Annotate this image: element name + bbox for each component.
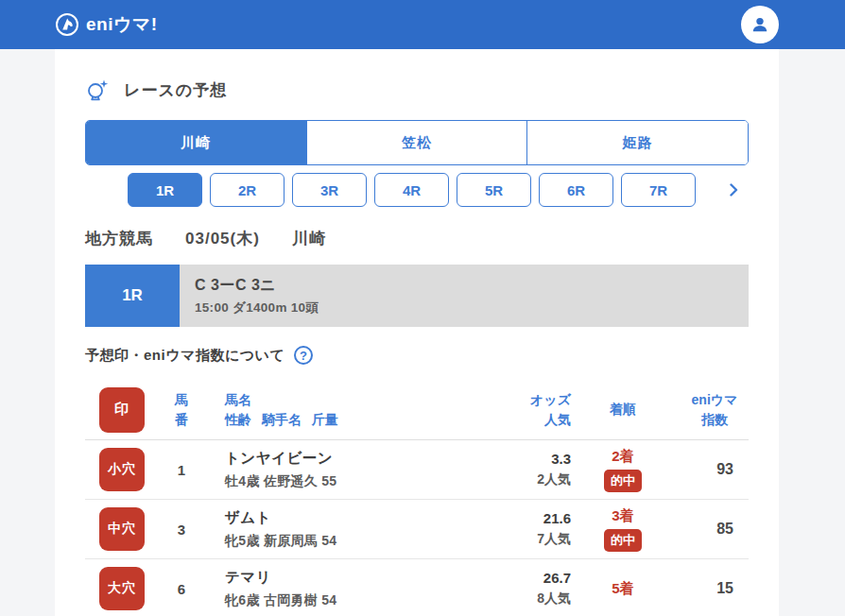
- table-row[interactable]: 大穴 6 テマリ 牝6歳 古岡勇樹 54 26.7 8人気 5着 15: [85, 559, 749, 616]
- navbar: eniウマ!: [0, 0, 845, 49]
- race-tab-2r[interactable]: 2R: [210, 173, 285, 207]
- hit-badge: 的中: [604, 470, 642, 492]
- finish-rank: 3着: [571, 507, 675, 525]
- race-category: 地方競馬: [85, 228, 153, 249]
- venue-tab-kawasaki[interactable]: 川崎: [86, 121, 306, 164]
- prediction-mark-badge: 中穴: [99, 507, 145, 551]
- race-number-badge: 1R: [85, 265, 180, 327]
- race-meta: 地方競馬 03/05(木) 川崎: [85, 228, 749, 249]
- header-eniuma-index: eniウマ 指数: [675, 390, 749, 430]
- horse-name: ザムト: [225, 508, 484, 528]
- hit-badge: 的中: [604, 529, 642, 552]
- race-conditions: 15:00 ダ1400m 10頭: [195, 299, 749, 317]
- header-odds: オッズ 人気: [484, 390, 571, 430]
- section-header: レースの予想: [85, 77, 749, 103]
- eniuma-index-value: 85: [675, 521, 749, 538]
- popularity: 7人気: [484, 531, 571, 548]
- race-tab-5r[interactable]: 5R: [457, 173, 531, 207]
- user-icon: [750, 14, 770, 35]
- chevron-right-icon: [727, 183, 740, 197]
- prediction-mark-badge: 大穴: [99, 567, 145, 610]
- venue-tab-himeji[interactable]: 姫路: [526, 121, 748, 164]
- horse-number: 1: [159, 462, 204, 478]
- main-card: レースの予想 川崎 笠松 姫路 1R 2R 3R 4R 5R 6R 7R 地方競…: [55, 49, 779, 616]
- horse-name: トンヤイビーン: [225, 449, 484, 469]
- horse-logo-icon: [55, 12, 79, 37]
- crystal-ball-icon: [85, 77, 111, 103]
- race-date: 03/05(木): [185, 228, 260, 249]
- finish-rank: 2着: [571, 448, 675, 466]
- race-venue: 川崎: [292, 228, 326, 249]
- race-tab-3r[interactable]: 3R: [292, 173, 367, 207]
- page-title: レースの予想: [124, 79, 227, 101]
- help-icon[interactable]: ?: [294, 346, 313, 365]
- horse-detail: 牝6歳 古岡勇樹 54: [225, 592, 484, 609]
- finish-rank: 5着: [571, 580, 675, 598]
- header-rank: 着順: [571, 400, 675, 419]
- header-horse-number: 馬 番: [159, 390, 204, 430]
- horse-detail: 牡4歳 佐野遥久 55: [225, 473, 484, 490]
- eniuma-index-value: 15: [675, 580, 749, 597]
- horse-number: 3: [159, 522, 204, 538]
- prediction-mark-badge: 小穴: [99, 448, 145, 491]
- race-title: C 3ーC 3ニ: [195, 276, 749, 296]
- venue-tabs: 川崎 笠松 姫路: [85, 120, 749, 165]
- popularity: 2人気: [484, 471, 571, 488]
- race-tab-1r[interactable]: 1R: [128, 173, 202, 207]
- table-row[interactable]: 小穴 1 トンヤイビーン 牡4歳 佐野遥久 55 3.3 2人気 2着 的中 9…: [85, 440, 749, 500]
- odds-value: 21.6: [484, 510, 571, 526]
- odds-value: 3.3: [484, 451, 571, 467]
- app-logo[interactable]: eniウマ!: [55, 12, 158, 37]
- horse-name: テマリ: [225, 568, 484, 588]
- avatar-button[interactable]: [741, 6, 779, 43]
- race-tab-6r[interactable]: 6R: [539, 173, 613, 207]
- venue-tab-kasamatsu[interactable]: 笠松: [306, 121, 527, 164]
- table-row[interactable]: 中穴 3 ザムト 牝5歳 新原周馬 54 21.6 7人気 3着 的中 85: [85, 500, 749, 559]
- race-info-banner: 1R C 3ーC 3ニ 15:00 ダ1400m 10頭: [85, 265, 749, 327]
- logo-text: eniウマ!: [86, 12, 158, 37]
- prediction-table: 印 馬 番 馬名 性齢 騎手名 斤量 オッズ 人気 着順 eniウマ 指数 小穴: [85, 380, 749, 616]
- horse-detail: 牝5歳 新原周馬 54: [225, 533, 484, 550]
- odds-value: 26.7: [484, 570, 571, 586]
- eniuma-index-value: 93: [675, 461, 749, 478]
- header-mark: 印: [85, 387, 159, 433]
- table-header-row: 印 馬 番 馬名 性齢 騎手名 斤量 オッズ 人気 着順 eniウマ 指数: [85, 380, 749, 440]
- race-tab-4r[interactable]: 4R: [374, 173, 449, 207]
- header-horse-name: 馬名 性齢 騎手名 斤量: [204, 390, 484, 430]
- horse-number: 6: [159, 581, 204, 597]
- next-races-button[interactable]: [722, 179, 745, 201]
- race-description: C 3ーC 3ニ 15:00 ダ1400m 10頭: [180, 265, 749, 327]
- race-number-tabs: 1R 2R 3R 4R 5R 6R 7R: [85, 173, 749, 207]
- about-index-label: 予想印・eniウマ指数について: [85, 347, 285, 365]
- race-tab-7r[interactable]: 7R: [621, 173, 696, 207]
- popularity: 8人気: [484, 590, 571, 607]
- about-index-link[interactable]: 予想印・eniウマ指数について ?: [85, 346, 749, 365]
- mark-header-badge: 印: [99, 387, 145, 433]
